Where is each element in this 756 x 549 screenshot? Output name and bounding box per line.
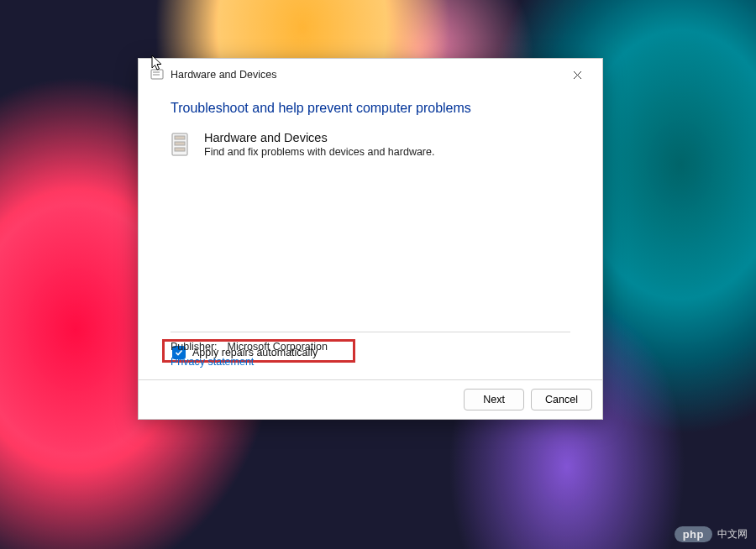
svg-rect-7 xyxy=(175,142,185,145)
divider xyxy=(171,332,570,332)
troubleshooter-section: Hardware and Devices Find and fix proble… xyxy=(171,131,570,158)
watermark-text: 中文网 xyxy=(717,527,748,541)
svg-rect-8 xyxy=(175,148,185,151)
title-bar: Hardware and Devices xyxy=(139,59,602,91)
svg-rect-6 xyxy=(175,136,185,139)
dialog-footer: Next Cancel xyxy=(139,379,602,419)
privacy-statement-link[interactable]: Privacy statement xyxy=(171,356,570,368)
watermark-badge: php xyxy=(675,526,712,542)
cancel-button[interactable]: Cancel xyxy=(531,389,592,410)
close-icon xyxy=(573,71,582,80)
publisher-row: Publisher: Microsoft Corporation xyxy=(171,341,570,353)
next-button[interactable]: Next xyxy=(464,389,524,410)
meta-area: Publisher: Microsoft Corporation Privacy… xyxy=(139,332,602,379)
publisher-value: Microsoft Corporation xyxy=(227,341,328,353)
close-button[interactable] xyxy=(559,62,596,87)
hardware-devices-icon xyxy=(171,131,194,158)
troubleshooter-dialog: Hardware and Devices Troubleshoot and he… xyxy=(138,58,603,420)
watermark: php 中文网 xyxy=(675,526,748,542)
dialog-content: Troubleshoot and help prevent computer p… xyxy=(139,91,602,332)
page-heading: Troubleshoot and help prevent computer p… xyxy=(171,101,570,116)
window-title: Hardware and Devices xyxy=(171,69,559,81)
section-title: Hardware and Devices xyxy=(204,131,434,144)
section-description: Find and fix problems with devices and h… xyxy=(204,146,434,158)
publisher-label: Publisher: xyxy=(171,341,224,353)
troubleshooter-icon xyxy=(150,68,164,81)
